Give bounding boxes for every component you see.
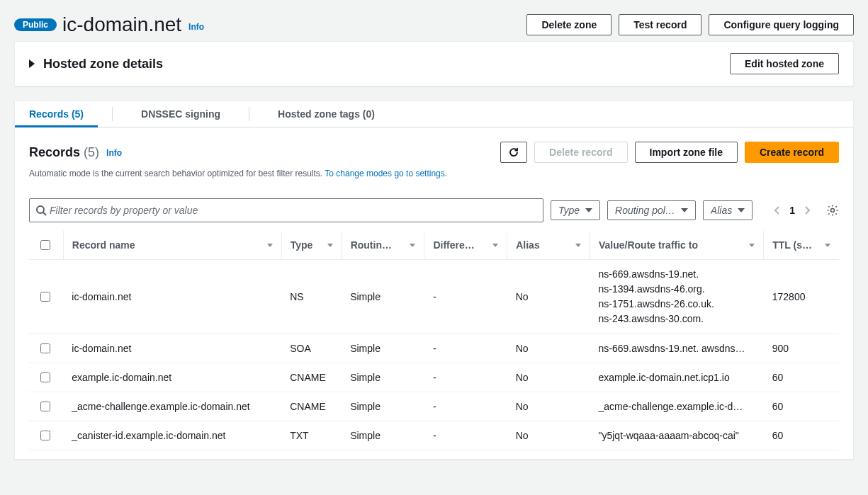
table-row: _canister-id.example.ic-domain.netTXTSim… <box>29 421 839 450</box>
col-header-type[interactable]: Type <box>281 231 342 260</box>
row-checkbox[interactable] <box>40 292 50 302</box>
col-header-ttl[interactable]: TTL (s… <box>764 231 839 260</box>
sort-icon <box>749 244 755 247</box>
settings-button[interactable] <box>826 204 839 217</box>
table-row: ic-domain.netNSSimple-Nons-669.awsdns-19… <box>29 260 839 334</box>
cell-diff: - <box>424 421 507 450</box>
cell-diff: - <box>424 363 507 392</box>
cell-type: CNAME <box>281 363 342 392</box>
filter-alias[interactable]: Alias <box>703 200 753 220</box>
cell-routing: Simple <box>342 363 424 392</box>
tab-dnssec[interactable]: DNSSEC signing <box>141 101 220 127</box>
pagination: 1 <box>774 205 811 216</box>
cell-value: ns-669.awsdns-19.net. awsdns… <box>590 334 763 363</box>
col-header-name[interactable]: Record name <box>63 231 281 260</box>
search-box[interactable] <box>29 198 543 222</box>
records-info-link[interactable]: Info <box>106 147 122 158</box>
cell-name: ic-domain.net <box>63 260 281 334</box>
cell-value: ns-669.awsdns-19.net.ns-1394.awsdns-46.o… <box>590 260 763 334</box>
info-link[interactable]: Info <box>188 18 204 32</box>
delete-zone-button[interactable]: Delete zone <box>526 14 611 35</box>
cell-value: "y5jqt-wqaaa-aaaam-abcoq-cai" <box>590 421 763 450</box>
cell-ttl: 900 <box>764 334 839 363</box>
svg-point-2 <box>831 209 835 212</box>
table-row: _acme-challenge.example.ic-domain.netCNA… <box>29 392 839 421</box>
search-input[interactable] <box>47 202 537 219</box>
records-title: Records (5) <box>29 145 99 160</box>
cell-diff: - <box>424 392 507 421</box>
chevron-down-icon <box>738 208 745 212</box>
cell-type: NS <box>281 260 342 334</box>
cell-routing: Simple <box>342 392 424 421</box>
search-icon <box>35 205 47 216</box>
col-header-differentiator[interactable]: Differe… <box>424 231 507 260</box>
page-title: ic-domain.net <box>62 15 181 35</box>
cell-alias: No <box>507 260 590 334</box>
cell-type: TXT <box>281 421 342 450</box>
tabs: Records (5) DNSSEC signing Hosted zone t… <box>15 101 853 127</box>
chevron-down-icon <box>681 208 688 212</box>
refresh-icon <box>508 147 519 158</box>
col-header-alias[interactable]: Alias <box>507 231 590 260</box>
records-table: Record name Type Routin… Differe… Alias … <box>29 231 839 450</box>
cell-value: example.ic-domain.net.icp1.io <box>590 363 763 392</box>
refresh-button[interactable] <box>500 142 527 163</box>
edit-hosted-zone-button[interactable]: Edit hosted zone <box>730 53 839 74</box>
gear-icon <box>826 204 839 217</box>
chevron-right-icon <box>804 205 811 215</box>
cell-alias: No <box>507 334 590 363</box>
page-number: 1 <box>789 205 795 216</box>
svg-line-1 <box>43 212 46 215</box>
table-row: example.ic-domain.netCNAMESimple-Noexamp… <box>29 363 839 392</box>
hosted-zone-details-panel: Hosted zone details Edit hosted zone <box>14 41 854 86</box>
row-checkbox[interactable] <box>40 431 50 440</box>
col-header-value[interactable]: Value/Route traffic to <box>590 231 763 260</box>
col-header-routing[interactable]: Routin… <box>342 231 424 260</box>
cell-value: _acme-challenge.example.ic-d… <box>590 392 763 421</box>
cell-alias: No <box>507 421 590 450</box>
select-all-checkbox[interactable] <box>40 240 50 250</box>
sort-icon <box>825 244 830 247</box>
sort-icon <box>410 244 415 247</box>
configure-logging-button[interactable]: Configure query logging <box>709 14 854 35</box>
create-record-button[interactable]: Create record <box>745 142 839 163</box>
row-checkbox[interactable] <box>40 402 50 411</box>
filter-type[interactable]: Type <box>551 200 600 220</box>
prev-page-button[interactable] <box>774 205 781 215</box>
cell-diff: - <box>424 334 507 363</box>
expand-caret-icon[interactable] <box>29 59 35 68</box>
sort-icon <box>575 244 581 247</box>
row-checkbox[interactable] <box>40 372 50 382</box>
import-zone-file-button[interactable]: Import zone file <box>635 142 738 163</box>
row-checkbox[interactable] <box>40 343 50 353</box>
sort-icon <box>492 244 498 247</box>
next-page-button[interactable] <box>804 205 811 215</box>
records-toolbar: Type Routing pol… Alias 1 <box>15 190 853 231</box>
filter-routing-policy[interactable]: Routing pol… <box>607 200 696 220</box>
cell-routing: Simple <box>342 421 424 450</box>
cell-name: _canister-id.example.ic-domain.net <box>63 421 281 450</box>
change-modes-link[interactable]: To change modes go to settings. <box>325 169 447 178</box>
svg-point-0 <box>37 206 44 213</box>
table-row: ic-domain.netSOASimple-Nons-669.awsdns-1… <box>29 334 839 363</box>
sort-icon <box>327 244 333 247</box>
cell-alias: No <box>507 392 590 421</box>
cell-ttl: 60 <box>764 392 839 421</box>
cell-type: CNAME <box>281 392 342 421</box>
cell-ttl: 172800 <box>764 260 839 334</box>
cell-type: SOA <box>281 334 342 363</box>
cell-ttl: 60 <box>764 421 839 450</box>
tab-hosted-zone-tags[interactable]: Hosted zone tags (0) <box>278 101 375 127</box>
cell-ttl: 60 <box>764 363 839 392</box>
tab-records[interactable]: Records (5) <box>29 101 84 127</box>
visibility-badge: Public <box>14 18 57 31</box>
cell-routing: Simple <box>342 334 424 363</box>
page-header: Public ic-domain.net Info Delete zone Te… <box>14 14 854 41</box>
sort-icon <box>267 244 273 247</box>
delete-record-button[interactable]: Delete record <box>534 142 627 163</box>
cell-name: ic-domain.net <box>63 334 281 363</box>
records-subtext: Automatic mode is the current search beh… <box>29 169 839 178</box>
cell-alias: No <box>507 363 590 392</box>
test-record-button[interactable]: Test record <box>619 14 701 35</box>
cell-name: example.ic-domain.net <box>63 363 281 392</box>
